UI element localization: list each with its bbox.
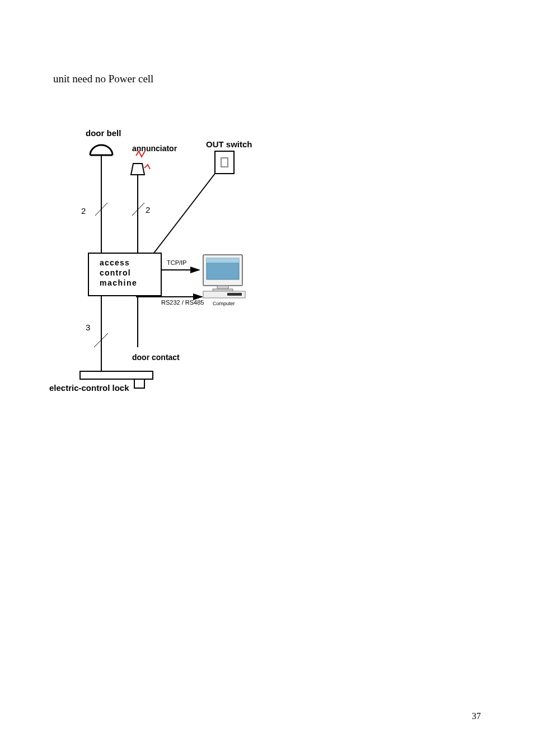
svg-rect-16 <box>227 293 242 296</box>
wiring-diagram: door bell annunciator OUT switch <box>49 123 279 403</box>
label-tcpip: TCP/IP <box>167 259 186 266</box>
doorbell-icon <box>90 145 113 254</box>
wire-mark-3: 3 <box>86 323 108 347</box>
svg-rect-18 <box>80 371 153 379</box>
label-three: 3 <box>86 323 90 332</box>
label-control: control <box>100 268 131 277</box>
page-number: 37 <box>472 711 481 721</box>
svg-rect-11 <box>207 258 239 263</box>
label-machine: machine <box>100 278 137 287</box>
label-door-bell: door bell <box>86 128 121 138</box>
svg-rect-4 <box>221 158 228 167</box>
access-control-box: access control machine <box>88 253 161 296</box>
label-door-contact: door contact <box>132 353 180 362</box>
label-rs: RS232 / RS485 <box>161 299 204 306</box>
svg-rect-12 <box>217 286 228 289</box>
wire-mark-2-mid: 2 <box>132 203 150 216</box>
label-two-b: 2 <box>146 205 150 214</box>
svg-line-5 <box>153 174 215 254</box>
computer-icon: Computer <box>203 255 245 306</box>
svg-rect-19 <box>134 379 144 388</box>
body-text: unit need no Power cell <box>53 73 153 85</box>
label-computer: Computer <box>213 301 235 306</box>
label-two-a: 2 <box>81 206 86 216</box>
label-out-switch: OUT switch <box>206 139 252 149</box>
label-access: access <box>100 258 130 267</box>
label-electric-lock: electric-control lock <box>49 383 129 393</box>
wire-mark-2-left: 2 <box>81 203 107 216</box>
page: unit need no Power cell door bell annunc… <box>0 0 534 756</box>
out-switch-icon <box>153 151 234 254</box>
annunciator-icon <box>131 150 150 254</box>
